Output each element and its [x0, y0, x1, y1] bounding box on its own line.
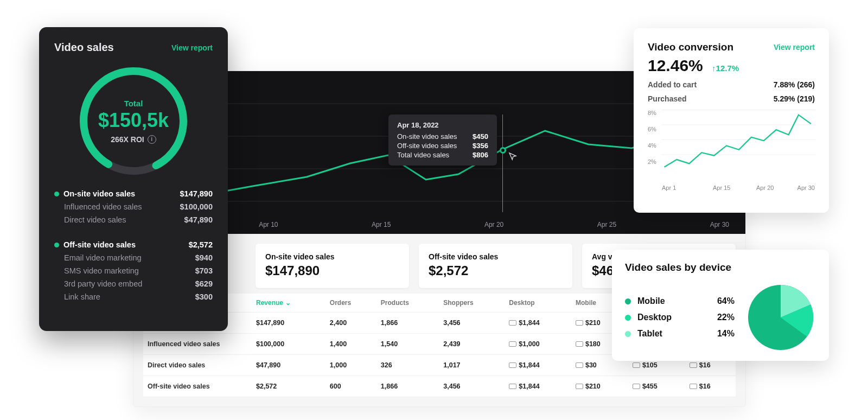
col-shoppers[interactable]: Shoppers — [439, 294, 505, 313]
onsite-sales-row: On-site video sales $147,890 — [54, 187, 213, 200]
chevron-down-icon: ⌄ — [285, 299, 291, 307]
col-orders[interactable]: Orders — [326, 294, 376, 313]
donut-roi: 266X ROI i — [111, 135, 156, 144]
device-icon — [690, 384, 697, 389]
device-icon — [576, 341, 583, 347]
device-icon — [633, 384, 640, 389]
device-icon — [576, 320, 583, 326]
device-icon — [509, 362, 516, 368]
donut-total-value: $150,5k — [98, 109, 169, 132]
device-row: Mobile64% — [625, 293, 735, 309]
stat-subrow: Link share$300 — [54, 290, 213, 303]
device-icon — [509, 341, 516, 347]
total-donut-chart: Total $150,5k 266X ROI i — [74, 61, 193, 181]
conversion-title: Video conversion — [648, 41, 733, 53]
tooltip-date: Apr 18, 2022 — [397, 121, 488, 129]
device-icon — [576, 384, 583, 389]
stat-subrow: 3rd party video embed$629 — [54, 277, 213, 290]
conversion-view-report-link[interactable]: View report — [774, 43, 815, 52]
info-icon[interactable]: i — [148, 135, 156, 144]
chart-crosshair — [502, 114, 503, 212]
device-icon — [509, 384, 516, 389]
device-icon — [633, 362, 640, 368]
stat-subrow: Direct video sales$47,890 — [54, 213, 213, 226]
col-revenue-sort[interactable]: Revenue⌄ — [252, 294, 326, 313]
col-desktop[interactable]: Desktop — [505, 294, 571, 313]
donut-total-label: Total — [124, 99, 143, 108]
col-products[interactable]: Products — [376, 294, 439, 313]
conversion-chart: 8% 6% 4% 2% Apr 1 Apr 15 Apr 20 Apr 30 — [648, 110, 815, 191]
added-to-cart-row: Added to cart7.88% (266) — [648, 80, 815, 89]
conversion-percent: 12.46% ↑12.7% — [648, 56, 815, 75]
device-pie-chart — [745, 282, 816, 353]
video-sales-by-device-card: Video sales by device Mobile64% Desktop2… — [612, 250, 829, 361]
stat-subrow: Influenced video sales$100,000 — [54, 200, 213, 213]
view-report-link[interactable]: View report — [171, 43, 213, 52]
device-icon — [509, 320, 516, 326]
purchased-row: Purchased5.29% (219) — [648, 94, 815, 103]
stat-subrow: SMS video marketing$703 — [54, 264, 213, 277]
card-offsite-sales[interactable]: Off-site video sales $2,572 — [419, 244, 572, 288]
device-legend: Mobile64% Desktop22% Tablet14% — [625, 293, 735, 342]
device-icon — [690, 362, 697, 368]
device-row: Tablet14% — [625, 326, 735, 342]
device-icon — [576, 362, 583, 368]
chart-hover-point — [500, 147, 506, 154]
video-conversion-card: Video conversion View report 12.46% ↑12.… — [634, 28, 829, 213]
video-sales-title: Video sales — [54, 41, 114, 54]
table-row[interactable]: Off-site video sales $2,5726001,8663,456… — [143, 376, 736, 397]
offsite-sales-row: Off-site video sales $2,572 — [54, 238, 213, 251]
conversion-delta: ↑12.7% — [712, 63, 739, 73]
device-row: Desktop22% — [625, 309, 735, 326]
stat-subrow: Email video marketing$940 — [54, 251, 213, 264]
video-sales-card: Video sales View report Total $150,5k 26… — [39, 27, 228, 331]
device-title: Video sales by device — [625, 262, 816, 273]
card-onsite-sales[interactable]: On-site video sales $147,890 — [256, 244, 409, 288]
cursor-icon — [508, 151, 518, 161]
chart-tooltip: Apr 18, 2022 On-site video sales$450 Off… — [388, 114, 497, 166]
